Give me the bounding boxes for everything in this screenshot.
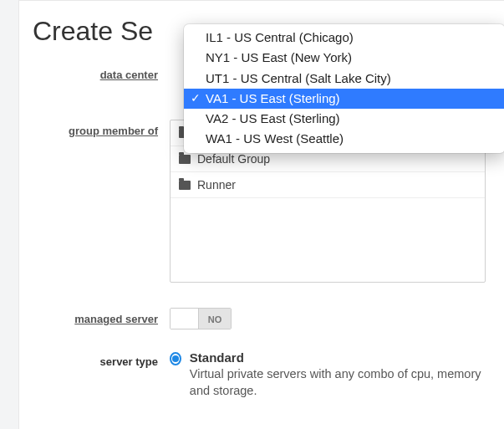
server-type-standard-radio[interactable] — [170, 352, 181, 365]
data-center-option[interactable]: VA2 - US East (Sterling) — [184, 109, 504, 129]
folder-icon — [179, 155, 191, 164]
managed-server-toggle[interactable]: NO — [170, 308, 232, 329]
data-center-option[interactable]: WA1 - US West (Seattle) — [184, 129, 504, 149]
data-center-dropdown[interactable]: IL1 - US Central (Chicago) NY1 - US East… — [184, 24, 504, 153]
group-member-of-label: group member of — [19, 120, 170, 137]
server-type-label: server type — [19, 350, 170, 368]
data-center-option[interactable]: IL1 - US Central (Chicago) — [184, 28, 504, 48]
server-type-option-description: Virtual private servers with any combo o… — [190, 366, 486, 399]
folder-icon — [179, 181, 191, 190]
toggle-knob — [171, 309, 199, 329]
managed-server-label: managed server — [19, 308, 170, 325]
data-center-option[interactable]: UT1 - US Central (Salt Lake City) — [184, 69, 504, 89]
group-item-name: Runner — [197, 178, 236, 192]
data-center-option-selected[interactable]: VA1 - US East (Sterling) — [184, 89, 504, 109]
list-item[interactable]: Runner — [171, 172, 485, 198]
data-center-option[interactable]: NY1 - US East (New York) — [184, 48, 504, 68]
radio-dot — [172, 355, 179, 362]
toggle-state: NO — [199, 309, 231, 329]
group-item-name: Default Group — [197, 152, 270, 166]
data-center-label: data center — [19, 64, 170, 81]
server-type-option-label: Standard — [190, 350, 486, 365]
